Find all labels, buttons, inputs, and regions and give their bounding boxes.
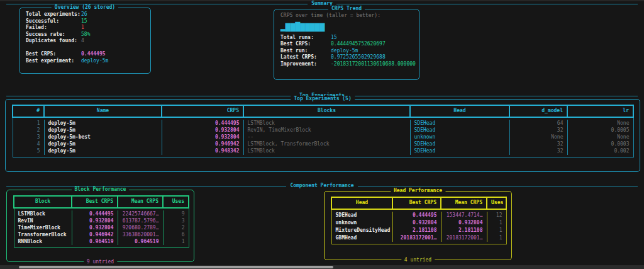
cell-crps: 0.948342: [162, 147, 243, 154]
stat-label: Total runs:: [280, 35, 331, 42]
stat-value: 15: [331, 35, 337, 42]
table-row: 2 deploy-5m 0.932804 RevIN, TimeMixerBlo…: [13, 127, 633, 134]
stat-row: Best experiment:deploy-5m: [26, 58, 145, 65]
stat-value: 26: [81, 11, 87, 18]
stat-row: Latest CRPS:0.9725265502929688: [280, 54, 414, 61]
top-experiments-panel: Top Experiments (5) # Name CRPS Blocks H…: [5, 99, 640, 172]
cell-rank: 5: [13, 147, 44, 154]
stat-value: deploy-5m: [81, 58, 108, 65]
top-experiments-panel-title: Top Experiments (5): [291, 96, 355, 103]
cell-name: deploy-5m: [44, 140, 162, 147]
spacer: [26, 45, 145, 52]
spacer-row: [13, 155, 633, 157]
table-row: TransformerBlock 0.946942 33638620001… 6: [14, 231, 189, 238]
cell-name: deploy-5m: [44, 120, 162, 127]
table-row: MixtureDensityHead 2.181108 2.181108 1: [331, 227, 506, 234]
column-header: Best CRPS: [392, 197, 441, 209]
cell-head: SDEHead: [410, 140, 509, 147]
stat-row: Improvement:-20183172001130610688.000000: [280, 61, 414, 68]
block-performance-panel-title: Block Performance: [72, 186, 130, 193]
stat-label: Successful:: [26, 18, 81, 25]
component-performance-rule-label: Component Performance: [290, 183, 353, 190]
cell-lr: 0.002: [567, 147, 633, 154]
cell-best-crps: 2.181108: [392, 227, 441, 234]
column-header: Name: [44, 105, 162, 117]
cell-head: unknown: [331, 219, 392, 227]
cell-best-crps: 0.946942: [72, 231, 118, 238]
cell-best-crps: 0.444495: [392, 212, 441, 219]
cell-name: deploy-5m: [44, 127, 162, 134]
cell-lr: None: [567, 134, 633, 140]
cell-mean-crps: 613787.5796…: [118, 217, 163, 224]
cell-head: MixtureDensityHead: [331, 227, 392, 234]
stat-row: Duplicates found:4: [26, 38, 145, 45]
cell-head: unknown: [410, 134, 509, 140]
stat-row: Best CRPS:0.444495: [26, 51, 145, 58]
column-header: Head: [331, 197, 392, 209]
cell-best-crps: 0.964519: [72, 238, 118, 245]
table-row: 5 deploy-5m 0.948342 LSTMBlock SDEHead 3…: [13, 147, 633, 154]
cell-best-crps: 0.932804: [392, 219, 441, 227]
stat-row: Total runs:15: [280, 35, 414, 42]
terminal-window: Summary Overview (26 stored) Total exper…: [0, 0, 644, 269]
column-header: #: [13, 105, 44, 117]
spacer-row: [331, 242, 506, 244]
scrollbar-thumb[interactable]: [19, 266, 333, 268]
cell-uses: 3: [163, 217, 189, 224]
overview-panel-title: Overview (26 stored): [52, 4, 118, 11]
head-performance-panel-title: Head Performance: [391, 188, 445, 195]
cell-mean-crps: 0.964519: [118, 238, 163, 245]
column-header: d_model: [509, 105, 567, 117]
cell-crps: 0.932804: [162, 127, 243, 134]
stat-row: Best CRPS:0.4444945752620697: [280, 41, 414, 48]
cell-name: deploy-5m: [44, 147, 162, 154]
cell-best-crps: 20183172001…: [392, 234, 441, 242]
cell-crps: 0.932804: [162, 134, 243, 140]
stat-label: Improvement:: [280, 61, 331, 68]
cell-lr: 0.0003: [567, 140, 633, 147]
stat-value: deploy-5m: [331, 48, 358, 55]
cell-uses: 1: [163, 238, 189, 245]
table-row: unknown 0.932804 0.932804 1: [331, 219, 506, 227]
column-header: Uses: [487, 197, 506, 209]
cell-mean-crps: 920680.2789…: [118, 224, 163, 231]
cell-dmodel: 32: [509, 147, 567, 154]
spacer-row: [14, 245, 189, 248]
block-performance-table: Block Best CRPS Mean CRPS Uses LSTMBlock…: [13, 195, 189, 248]
block-untried-badge: 9 untried: [84, 259, 117, 266]
cell-blocks: RevIN, TimeMixerBlock: [243, 127, 410, 134]
head-untried-badge: 4 untried: [401, 257, 435, 264]
table-row: LSTMBlock 0.444495 22425746667… 9: [14, 210, 189, 217]
stat-value: -20183172001130610688.000000: [331, 61, 416, 68]
cell-blocks: LSTMBlock: [243, 120, 410, 127]
table-row: GBMHead 20183172001… 20183172001… 1: [331, 234, 506, 242]
cell-blocks: LSTMBlock: [243, 147, 410, 154]
stat-row: Best run:deploy-5m: [280, 48, 414, 55]
overview-panel: Overview (26 stored) Total experiments:2…: [19, 8, 151, 74]
table-row: 1 deploy-5m 0.444495 LSTMBlock SDEHead 6…: [13, 120, 633, 127]
stat-value: 4: [81, 38, 84, 45]
cell-uses: 1: [487, 227, 506, 234]
crps-sparkline-chart: ▂▇▇█▇▇▇▇▇: [280, 22, 414, 31]
table-row: RevIN 0.932804 613787.5796… 3: [14, 217, 189, 224]
stat-row: Success rate:58%: [26, 31, 145, 38]
cell-head: SDEHead: [410, 127, 509, 134]
stat-label: Best run:: [280, 48, 331, 55]
cell-best-crps: 0.932804: [72, 224, 118, 231]
cell-rank: 2: [13, 127, 44, 134]
column-header: lr: [567, 105, 633, 117]
cell-dmodel: 64: [509, 120, 567, 127]
cell-block: RevIN: [14, 217, 72, 224]
stat-label: Total experiments:: [26, 11, 81, 18]
stat-label: Best CRPS:: [280, 41, 331, 48]
cell-dmodel: 32: [509, 127, 567, 134]
cell-uses: 1: [487, 234, 506, 242]
crps-trend-panel-title: CRPS Trend: [328, 6, 365, 13]
table-row: 3 deploy-5m-best 0.932804 -- unknown Non…: [13, 134, 633, 140]
cell-mean-crps: 33638620001…: [118, 231, 163, 238]
cell-head: SDEHead: [410, 120, 509, 127]
horizontal-scrollbar[interactable]: [0, 265, 644, 269]
table-header-row: Head Best CRPS Mean CRPS Uses: [331, 197, 506, 209]
stat-label: Success rate:: [26, 31, 81, 38]
cell-blocks: --: [243, 134, 410, 140]
